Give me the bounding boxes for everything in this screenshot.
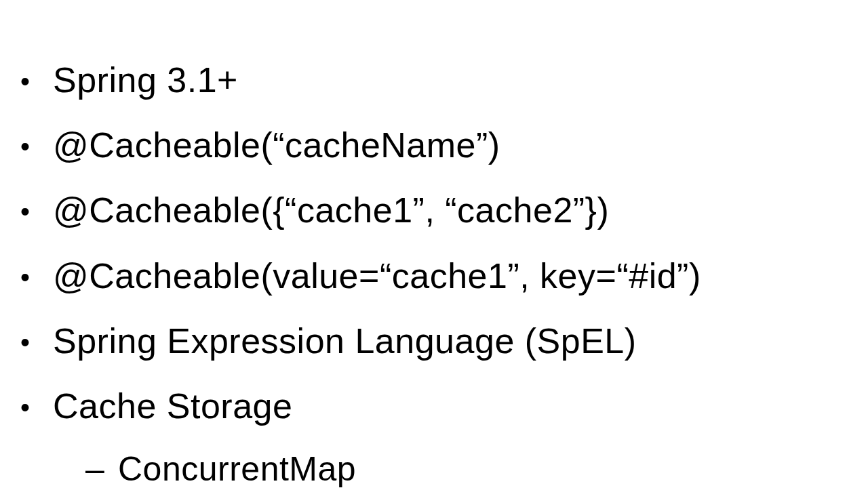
- list-item: @Cacheable(value=“cache1”, key=“#id”): [20, 243, 848, 308]
- list-item: @Cacheable({“cache1”, “cache2”}): [20, 178, 848, 243]
- bullet-list: Spring 3.1+ @Cacheable(“cacheName”) @Cac…: [20, 47, 848, 439]
- sub-bullet-list: ConcurrentMap: [85, 439, 848, 488]
- list-item: Spring Expression Language (SpEL): [20, 308, 848, 373]
- list-item: @Cacheable(“cacheName”): [20, 113, 848, 178]
- list-item: Spring 3.1+: [20, 47, 848, 113]
- slide-content: Spring 3.1+ @Cacheable(“cacheName”) @Cac…: [0, 0, 868, 488]
- list-item: ConcurrentMap: [85, 439, 848, 488]
- list-item: Cache Storage: [20, 373, 848, 439]
